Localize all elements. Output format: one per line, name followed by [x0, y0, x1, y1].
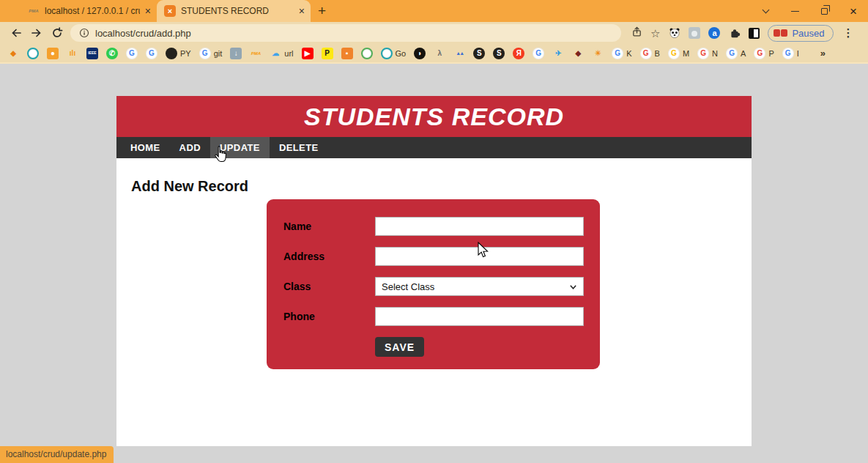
select-chevron-icon — [569, 283, 577, 291]
save-button[interactable]: SAVE — [375, 337, 424, 357]
bookmarks-overflow-button[interactable]: » — [820, 48, 826, 59]
orange-camera-icon[interactable]: ● — [47, 48, 59, 59]
class-select[interactable]: Select Class — [375, 277, 584, 296]
browser-toolbar: localhost/crud/add.php ☆ a — [0, 22, 868, 44]
google-icon[interactable]: Ggit — [199, 48, 223, 59]
ieee-icon[interactable]: IEEE — [86, 48, 98, 59]
bookmark-label: A — [741, 49, 746, 58]
forward-button[interactable] — [26, 23, 47, 42]
page-viewport: STUDENTS RECORD HOME ADD UPDATE DELETE A… — [0, 64, 868, 463]
bookmark-label: P — [768, 49, 774, 58]
reload-icon — [51, 27, 63, 39]
tab-phpmyadmin[interactable]: PMA localhost / 127.0.0.1 / crud | php × — [21, 0, 157, 22]
browser-menu-button[interactable]: ⋮ — [843, 26, 854, 40]
flame-icon[interactable]: ◆ — [572, 48, 584, 59]
address-url[interactable]: localhost/crud/add.php — [95, 28, 191, 39]
form-row-class: Class Select Class — [283, 277, 600, 296]
tab-close-icon[interactable]: × — [145, 5, 151, 17]
google-shortcut-icon: G — [640, 48, 652, 59]
paper-plane-icon[interactable]: ✈ — [552, 48, 564, 59]
google-icon[interactable]: G — [126, 48, 138, 59]
screenshot-extension-button[interactable] — [689, 27, 700, 39]
clapper-icon: ▪ — [341, 48, 353, 59]
shard-icon[interactable]: ◆ — [7, 48, 19, 59]
reload-button[interactable] — [47, 23, 67, 42]
share-button[interactable] — [631, 26, 642, 40]
panda-extension-button[interactable] — [668, 27, 680, 40]
github-icon[interactable]: PY — [166, 48, 191, 59]
tab-title: localhost / 127.0.0.1 / crud | php — [45, 6, 140, 16]
whatsapp-icon[interactable]: ✆ — [106, 48, 118, 59]
class-select-value: Select Class — [382, 281, 434, 292]
dark-mode-extension-button[interactable] — [749, 28, 760, 39]
nav-item-update[interactable]: UPDATE — [210, 137, 270, 158]
figure-icon: λ — [434, 48, 445, 59]
sunburst-icon[interactable]: ☀ — [592, 48, 604, 59]
analytics-icon[interactable]: ılı — [67, 48, 78, 59]
s-circle-icon[interactable]: S — [493, 48, 505, 59]
chevron-down-icon — [762, 6, 769, 13]
clapper-icon[interactable]: ▪ — [341, 48, 353, 59]
go-ring-icon[interactable]: Go — [381, 48, 407, 59]
google-shortcut-icon[interactable]: GM — [668, 48, 689, 59]
google-shortcut-icon[interactable]: GB — [640, 48, 660, 59]
content-container: STUDENTS RECORD HOME ADD UPDATE DELETE A… — [116, 96, 752, 446]
teal-ring-icon[interactable] — [27, 48, 39, 59]
google-shortcut-icon[interactable]: GK — [612, 48, 631, 59]
google-icon[interactable]: G — [146, 48, 157, 59]
back-button[interactable] — [6, 23, 26, 42]
nav-item-delete[interactable]: DELETE — [270, 137, 328, 158]
bookmarks-list: ◆●ılıIEEE✆GGPYGgit↓PMA☁url▶P▪Go◗λ▲▲SSЯG✈… — [7, 48, 799, 59]
phone-input[interactable] — [375, 307, 584, 326]
address-input[interactable] — [375, 247, 584, 266]
puzzle-piece-icon — [729, 27, 741, 39]
tab-title: STUDENTS RECORD — [181, 6, 294, 16]
teal-ring-icon — [27, 48, 39, 59]
mountains-icon[interactable]: ▲▲ — [453, 48, 465, 59]
form-row-address: Address — [283, 247, 600, 266]
phpmyadmin-icon[interactable]: PMA — [250, 48, 261, 59]
status-url-tooltip: localhost/crud/update.php — [0, 446, 114, 463]
phpmyadmin-icon: PMA — [250, 48, 261, 59]
name-input[interactable] — [375, 217, 584, 236]
google-shortcut-icon: G — [754, 48, 765, 59]
google-shortcut-icon[interactable]: GI — [782, 48, 799, 59]
restore-button[interactable] — [809, 0, 839, 22]
address-bar[interactable]: localhost/crud/add.php — [70, 24, 621, 42]
forward-arrow-icon — [31, 27, 42, 39]
window-close-button[interactable]: × — [839, 0, 868, 22]
cloud-icon: ☁ — [270, 48, 281, 59]
figure-icon[interactable]: λ — [434, 48, 445, 59]
duck-icon[interactable]: ◗ — [414, 48, 426, 59]
s-circle-icon[interactable]: S — [473, 48, 485, 59]
bookmark-star-button[interactable]: ☆ — [650, 28, 660, 39]
download-paused-button[interactable]: Paused — [768, 25, 833, 42]
tab-search-button[interactable] — [751, 0, 780, 22]
google-shortcut-icon[interactable]: GA — [726, 48, 746, 59]
download-box-icon[interactable]: ↓ — [230, 48, 242, 59]
google-shortcut-icon: G — [668, 48, 680, 59]
green-ring-icon[interactable] — [361, 48, 373, 59]
name-label: Name — [283, 221, 375, 232]
tab-close-icon[interactable]: × — [299, 5, 305, 17]
p-badge-icon[interactable]: P — [322, 48, 333, 59]
idm-icon — [774, 29, 787, 37]
new-tab-button[interactable]: + — [318, 3, 326, 19]
panda-icon — [669, 27, 680, 39]
minimize-button[interactable] — [780, 0, 809, 22]
google-shortcut-icon[interactable]: GP — [754, 48, 774, 59]
yandex-icon[interactable]: Я — [513, 48, 524, 59]
nav-item-home[interactable]: HOME — [121, 137, 170, 158]
toolbar-actions: ☆ a Paused ⋮ — [631, 25, 854, 42]
a-extension-button[interactable]: a — [708, 27, 720, 39]
google-color-icon[interactable]: G — [533, 48, 544, 59]
nav-item-add[interactable]: ADD — [170, 137, 210, 158]
tab-students-record[interactable]: × STUDENTS RECORD × — [157, 0, 311, 22]
restore-icon — [821, 8, 828, 15]
youtube-icon[interactable]: ▶ — [302, 48, 314, 59]
google-icon: G — [126, 48, 138, 59]
bookmark-label: git — [214, 49, 223, 58]
cloud-icon[interactable]: ☁url — [270, 48, 293, 59]
extensions-button[interactable] — [728, 27, 741, 40]
google-shortcut-icon[interactable]: GN — [697, 48, 718, 59]
